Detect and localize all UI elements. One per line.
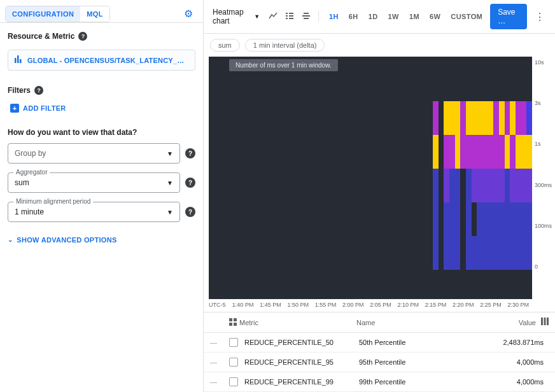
chart-area: Number of ms over 1 min window. 10s3s1s3…	[204, 57, 555, 299]
legend-row: —REDUCE_PERCENTILE_5050th Percentile2,48…	[204, 333, 555, 353]
legend-metric-header[interactable]: Metric	[239, 319, 258, 326]
series-swatch: —	[210, 378, 229, 386]
legend-name-header[interactable]: Name	[356, 319, 375, 326]
time-range-1m[interactable]: 1M	[404, 10, 425, 23]
legend-value-header[interactable]: Value	[519, 319, 536, 326]
tab-configuration[interactable]: CONFIGURATION	[6, 6, 80, 22]
time-range-1h[interactable]: 1H	[324, 10, 344, 23]
legend-row: —REDUCE_PERCENTILE_9595th Percentile4,00…	[204, 353, 555, 372]
svg-rect-17	[544, 318, 546, 325]
alignment-period-select[interactable]: Minimum alignment period 1 minute ▼	[8, 202, 180, 222]
line-chart-mode-icon[interactable]	[266, 9, 280, 25]
aggregator-value: sum	[15, 178, 29, 187]
stats-mode-icon[interactable]	[283, 9, 297, 25]
chevron-down-icon: ▼	[167, 150, 173, 157]
svg-rect-15	[234, 323, 237, 326]
svg-rect-5	[286, 18, 288, 19]
x-tick: 2:30 PM	[505, 302, 532, 308]
aggregator-label: Aggregator	[13, 169, 50, 176]
chart-panel: Heatmap chart ▼ 1H6H1D1W1M6WCUSTOM Save …	[204, 0, 555, 392]
time-range-1w[interactable]: 1W	[383, 10, 404, 23]
legend-checkbox[interactable]	[229, 377, 238, 386]
legend-name: 99th Percentile	[359, 378, 454, 386]
bar-chart-icon	[15, 55, 22, 65]
x-tick: 1:40 PM	[229, 302, 256, 308]
x-tick: 2:10 PM	[395, 302, 422, 308]
help-icon[interactable]: ?	[185, 178, 195, 188]
series-swatch: —	[210, 358, 229, 366]
gear-icon[interactable]: ⚙	[179, 5, 198, 22]
time-range-1d[interactable]: 1D	[363, 10, 383, 23]
add-filter-button[interactable]: + ADD FILTER	[8, 101, 69, 115]
x-tick: 1:50 PM	[285, 302, 312, 308]
svg-rect-1	[17, 55, 19, 63]
x-tick: 2:05 PM	[367, 302, 394, 308]
resource-metric-label: Resource & Metric	[8, 32, 74, 41]
filters-label: Filters	[8, 86, 31, 95]
query-summary: sum 1 min interval (delta)	[204, 34, 555, 57]
aggregator-select[interactable]: Aggregator sum ▼	[8, 172, 180, 193]
series-swatch: —	[210, 339, 229, 346]
svg-rect-11	[304, 18, 309, 19]
legend-metric: REDUCE_PERCENTILE_95	[244, 358, 359, 366]
chart-type-label: Heatmap chart	[213, 8, 250, 25]
group-by-select[interactable]: Group by ▼	[8, 143, 180, 164]
tab-mql[interactable]: MQL	[80, 6, 109, 22]
time-range-custom[interactable]: CUSTOM	[446, 10, 488, 23]
help-icon[interactable]: ?	[185, 207, 195, 217]
add-filter-label: ADD FILTER	[23, 104, 66, 112]
time-range-6h[interactable]: 6H	[344, 10, 363, 23]
more-icon[interactable]: ⋮	[530, 8, 550, 25]
config-panel: CONFIGURATION MQL ⚙ Resource & Metric ? …	[0, 0, 204, 392]
help-icon[interactable]: ?	[185, 148, 195, 158]
metric-selector[interactable]: GLOBAL - OPENCENSUS/TASK_LATENCY_DISTRIB…	[8, 50, 195, 71]
x-tick: 1:45 PM	[256, 302, 284, 308]
legend-checkbox[interactable]	[229, 358, 238, 367]
alignment-value: 1 minute	[15, 207, 44, 216]
y-axis: 10s3s1s300ms100ms0	[532, 57, 555, 299]
svg-rect-12	[229, 318, 232, 321]
show-advanced-label: SHOW ADVANCED OPTIONS	[17, 236, 116, 244]
legend-value: 2,483.871ms	[454, 339, 549, 346]
filters-heading: Filters ?	[8, 86, 195, 95]
config-tabs: CONFIGURATION MQL	[5, 6, 110, 22]
svg-rect-6	[289, 13, 293, 14]
metric-name: GLOBAL - OPENCENSUS/TASK_LATENCY_DISTRIB…	[27, 57, 188, 64]
svg-rect-3	[286, 13, 288, 14]
divider	[318, 11, 319, 22]
svg-rect-18	[547, 318, 549, 325]
y-tick: 0	[535, 263, 552, 270]
chart-tooltip: Number of ms over 1 min window.	[229, 59, 338, 71]
resource-metric-heading: Resource & Metric ?	[8, 32, 195, 41]
y-tick: 100ms	[535, 223, 552, 229]
chevron-down-icon: ▼	[254, 13, 260, 20]
save-button[interactable]: Save …	[490, 4, 527, 29]
legend-metric: REDUCE_PERCENTILE_50	[244, 339, 359, 346]
legend-name: 50th Percentile	[359, 339, 454, 346]
x-tick: 1:55 PM	[312, 302, 339, 308]
heatmap-cells	[433, 101, 532, 270]
legend-value: 4,000ms	[454, 358, 549, 366]
both-mode-icon[interactable]	[299, 9, 313, 25]
legend-value: 4,000ms	[454, 378, 549, 386]
help-icon[interactable]: ?	[34, 86, 43, 95]
show-advanced-button[interactable]: ⌄ SHOW ADVANCED OPTIONS	[8, 236, 117, 244]
chart-toolbar: Heatmap chart ▼ 1H6H1D1W1M6WCUSTOM Save …	[204, 0, 555, 34]
chart-type-select[interactable]: Heatmap chart ▼	[209, 5, 263, 28]
summary-interval-chip: 1 min interval (delta)	[245, 39, 325, 52]
chevron-down-icon: ▼	[167, 209, 173, 216]
legend-row: —REDUCE_PERCENTILE_9999th Percentile4,00…	[204, 372, 555, 392]
svg-rect-13	[234, 318, 237, 321]
view-question: How do you want to view that data?	[0, 122, 203, 141]
y-tick: 300ms	[535, 182, 552, 188]
heatmap-plot[interactable]: Number of ms over 1 min window.	[209, 57, 532, 299]
help-icon[interactable]: ?	[78, 32, 87, 41]
y-tick: 3s	[535, 100, 552, 106]
legend-name: 95th Percentile	[359, 358, 454, 366]
legend-checkbox[interactable]	[229, 338, 238, 347]
grid-icon	[229, 318, 237, 327]
columns-icon[interactable]	[541, 318, 549, 327]
time-range-6w[interactable]: 6W	[425, 10, 446, 23]
svg-rect-14	[229, 323, 232, 326]
svg-rect-2	[20, 59, 22, 63]
